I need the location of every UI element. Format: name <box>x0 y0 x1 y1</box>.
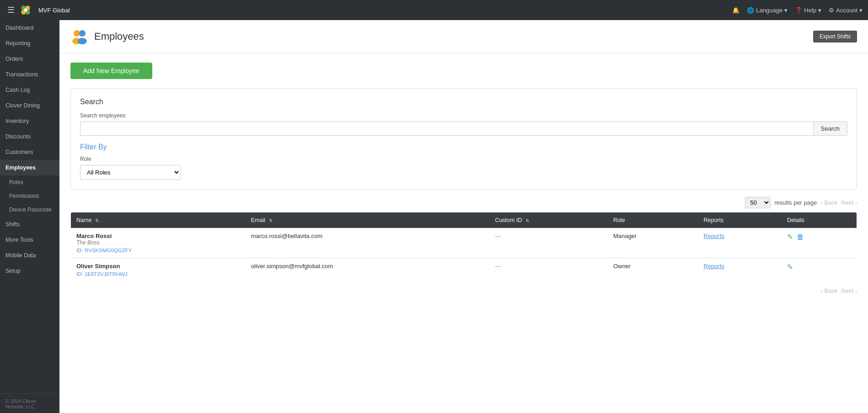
edit-button-2[interactable]: ✎ <box>787 263 793 271</box>
content-area: Add New Employee Search Search employees… <box>59 53 868 307</box>
employee-details-cell: ✎ <box>782 258 857 282</box>
employee-name-cell: Oliver Simpson ID: 1E8T2VJ6TRHWJ <box>71 258 246 282</box>
search-panel: Search Search employees Search Filter By… <box>70 88 857 190</box>
search-employees-label: Search employees <box>80 112 847 119</box>
help-label: Help <box>804 7 816 14</box>
sidebar-item-customers[interactable]: Customers <box>0 144 59 160</box>
sidebar-item-clover-dining[interactable]: Clover Dining <box>0 98 59 113</box>
role-select[interactable]: All Roles Manager Owner Employee <box>80 165 181 180</box>
language-button[interactable]: 🌐 Language ▾ <box>747 7 788 14</box>
col-reports: Reports <box>698 212 781 228</box>
edit-button-1[interactable]: ✎ <box>787 233 793 241</box>
email-sort-icon: ⇅ <box>269 218 273 223</box>
employee-id: ID: RVSKSMG0QGZFY <box>76 248 240 253</box>
globe-icon: 🌐 <box>747 7 754 14</box>
employee-name: Oliver Simpson <box>76 263 240 270</box>
col-custom-id: Custom ID ⇅ <box>489 212 607 228</box>
hamburger-button[interactable]: ☰ <box>5 3 16 17</box>
employee-custom-id-cell: — <box>489 228 607 258</box>
sidebar-item-reporting[interactable]: Reporting <box>0 36 59 51</box>
top-actions: 🔔 🌐 Language ▾ ❓ Help ▾ ⚙ Account ▾ <box>732 7 863 14</box>
reports-link-2[interactable]: Reports <box>703 263 724 270</box>
sidebar-item-employees[interactable]: Employees <box>0 160 59 175</box>
employee-custom-id-cell: — <box>489 258 607 282</box>
col-email: Email ⇅ <box>246 212 490 228</box>
results-per-page-label: results per page <box>774 199 817 206</box>
back-link-top[interactable]: ‹ Back <box>820 199 837 206</box>
employee-email-cell: marco.rossi@bellavita.com <box>246 228 490 258</box>
employee-name: Marco Rossi <box>76 233 240 239</box>
sidebar-item-orders[interactable]: Orders <box>0 51 59 67</box>
help-icon: ❓ <box>795 7 802 14</box>
sidebar-item-discounts[interactable]: Discounts <box>0 129 59 144</box>
employee-title: The Boss <box>76 239 240 246</box>
back-link-bottom[interactable]: ‹ Back <box>820 287 837 294</box>
account-label: Account <box>836 7 857 14</box>
employee-role-cell: Manager <box>608 228 698 258</box>
employee-role-cell: Owner <box>608 258 698 282</box>
sidebar-footer: © 2024 Clover Network, LLC Terms Privacy… <box>0 393 59 413</box>
employees-icon <box>70 27 89 46</box>
sidebar-item-dashboard[interactable]: Dashboard <box>0 20 59 36</box>
custom-id-sort-icon: ⇅ <box>525 218 529 223</box>
company-name-top: MVF Global <box>38 7 70 14</box>
svg-point-5 <box>74 30 80 37</box>
main-content: Employees Export Shifts Add New Employee… <box>59 20 868 413</box>
sidebar-item-mobile-data[interactable]: Mobile Data <box>0 248 59 263</box>
sidebar-item-more-tools[interactable]: More Tools <box>0 232 59 248</box>
clover-logo <box>20 5 31 16</box>
table-header-row: Name ⇅ Email ⇅ Custom ID ⇅ Role Reports … <box>71 212 857 228</box>
settings-icon: ⚙ <box>829 7 834 14</box>
employee-details-cell: ✎ 🗑 <box>782 228 857 258</box>
sidebar-item-permissions[interactable]: Permissions <box>0 189 59 203</box>
employee-id: ID: 1E8T2VJ6TRHWJ <box>76 271 240 277</box>
page-header-left: Employees <box>70 27 144 46</box>
employee-name-cell: Marco Rossi The Boss ID: RVSKSMG0QGZFY <box>71 228 246 258</box>
help-chevron-icon: ▾ <box>818 7 821 14</box>
employee-reports-cell: Reports <box>698 228 781 258</box>
next-link-top[interactable]: Next › <box>841 199 857 206</box>
topbar: ☰ MVF Global 🔔 🌐 Language ▾ ❓ Help ▾ ⚙ A… <box>0 0 868 20</box>
svg-point-6 <box>79 30 86 37</box>
role-label: Role <box>80 156 847 162</box>
notification-button[interactable]: 🔔 <box>732 7 739 14</box>
filter-by-title: Filter By <box>80 143 847 151</box>
search-panel-title: Search <box>80 98 847 106</box>
sidebar-item-inventory[interactable]: Inventory <box>0 113 59 129</box>
account-button[interactable]: ⚙ Account ▾ <box>829 7 863 14</box>
search-input[interactable] <box>80 122 813 136</box>
sidebar-item-device-passcode[interactable]: Device Passcode <box>0 203 59 217</box>
name-sort-icon: ⇅ <box>95 218 99 223</box>
copyright-text: © 2024 Clover Network, LLC <box>5 398 54 409</box>
svg-point-8 <box>78 38 87 44</box>
table-row: Marco Rossi The Boss ID: RVSKSMG0QGZFY m… <box>71 228 857 258</box>
per-page-select[interactable]: 50 10 25 100 <box>745 197 771 208</box>
search-button[interactable]: Search <box>813 122 847 136</box>
col-name: Name ⇅ <box>71 212 246 228</box>
table-row: Oliver Simpson ID: 1E8T2VJ6TRHWJ oliver.… <box>71 258 857 282</box>
sidebar-item-transactions[interactable]: Transactions <box>0 67 59 82</box>
reports-link-1[interactable]: Reports <box>703 233 724 239</box>
sidebar-item-setup[interactable]: Setup <box>0 263 59 279</box>
export-shifts-button[interactable]: Export Shifts <box>813 31 857 42</box>
sidebar-item-roles[interactable]: Roles <box>0 175 59 189</box>
col-role: Role <box>608 212 698 228</box>
sidebar-nav: Dashboard Reporting Orders Transactions … <box>0 20 59 393</box>
next-link-bottom[interactable]: Next › <box>841 287 857 294</box>
bell-icon: 🔔 <box>732 7 739 14</box>
action-icons: ✎ <box>787 263 851 271</box>
language-label: Language <box>756 7 782 14</box>
add-employee-button[interactable]: Add New Employee <box>70 63 152 79</box>
sidebar-item-cash-log[interactable]: Cash Log <box>0 82 59 98</box>
delete-button-1[interactable]: 🗑 <box>797 233 804 241</box>
employees-table: Name ⇅ Email ⇅ Custom ID ⇅ Role Reports … <box>70 212 857 282</box>
action-icons: ✎ 🗑 <box>787 233 851 241</box>
svg-point-4 <box>24 8 27 12</box>
page-title: Employees <box>94 31 144 42</box>
pagination-bottom: ‹ Back Next › <box>70 287 857 294</box>
language-chevron-icon: ▾ <box>784 7 788 14</box>
employee-reports-cell: Reports <box>698 258 781 282</box>
sidebar-item-shifts[interactable]: Shifts <box>0 217 59 232</box>
employee-email-cell: oliver.simpson@mvfglobal.com <box>246 258 490 282</box>
help-button[interactable]: ❓ Help ▾ <box>795 7 821 14</box>
